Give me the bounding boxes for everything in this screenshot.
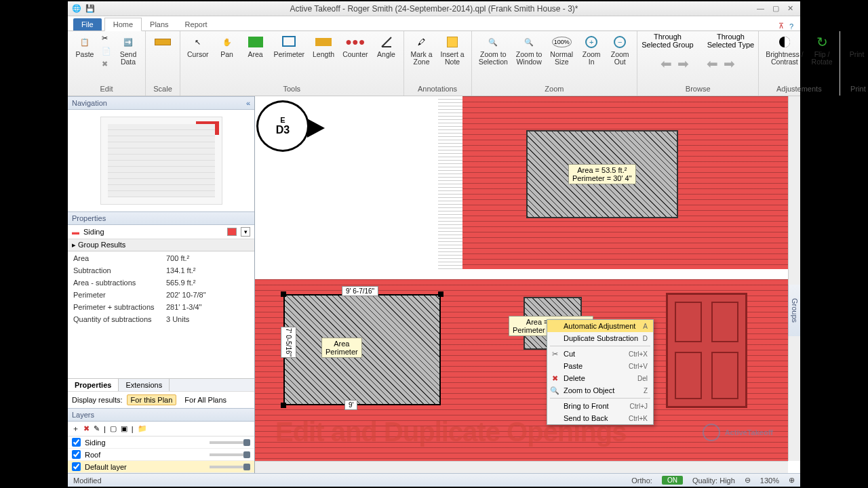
copy-icon[interactable]: 📄 (100, 45, 113, 57)
delete-icon[interactable]: ✖ (100, 58, 113, 70)
dimension-top: 9' 6-7/16" (342, 286, 378, 296)
properties-table: Area700 ft.²Subtraction134.1 ft.²Area - … (68, 251, 254, 326)
layer-opacity-slider[interactable] (210, 466, 250, 468)
pan-button[interactable]: ✋Pan (214, 33, 240, 60)
properties-panel-title: Properties (68, 211, 254, 225)
prop-val: 281' 1-3/4" (162, 302, 253, 312)
area-button[interactable]: Area (243, 33, 269, 60)
ortho-toggle[interactable]: ON (662, 476, 683, 485)
layer-hide-icon[interactable]: ▣ (121, 424, 127, 433)
zoom-window-button[interactable]: 🔍Zoom to Window (513, 33, 545, 67)
perimeter-button[interactable]: Perimeter (271, 33, 308, 60)
prop-val: 202' 10-7/8" (162, 289, 253, 300)
layer-show-icon[interactable]: ▢ (110, 424, 117, 433)
zoom-out-status-button[interactable]: ⊖ (745, 476, 751, 485)
zoom-selection-button[interactable]: 🔍Zoom to Selection (476, 33, 511, 67)
resize-handle[interactable] (281, 403, 286, 408)
paste-button[interactable]: 📋Paste (72, 33, 98, 60)
brightness-contrast-button[interactable]: Brightness / Contrast (763, 33, 806, 67)
elevation-marker: E D3 (256, 100, 309, 152)
insert-note-button[interactable]: Insert a Note (438, 33, 467, 67)
context-item[interactable]: PasteCtrl+V (547, 360, 653, 372)
current-layer-name: Siding (83, 228, 104, 236)
maximize-button[interactable]: ▢ (772, 4, 779, 13)
nav-collapse-icon[interactable]: « (246, 99, 250, 107)
tab-report[interactable]: Report (177, 18, 216, 30)
flip-rotate-button[interactable]: ↻Flip / Rotate (809, 33, 835, 67)
browse-next-type-button[interactable]: ➡ (724, 56, 735, 72)
minimize-button[interactable]: — (757, 4, 764, 13)
layer-dropdown-button[interactable]: ▾ (241, 227, 250, 237)
layer-folder-icon[interactable]: 📁 (138, 424, 147, 433)
context-item[interactable]: Automatic AdjustmentA (547, 320, 653, 332)
layer-color-swatch[interactable] (227, 228, 237, 236)
browse-prev-type-button[interactable]: ⬅ (707, 56, 718, 72)
prop-val: 700 ft.² (162, 253, 253, 264)
context-item[interactable]: ✖DeleteDel (547, 372, 653, 384)
layer-delete-icon[interactable]: ✖ (83, 424, 90, 433)
normal-size-button[interactable]: 100%Normal Size (547, 33, 576, 67)
context-item[interactable]: Bring to FrontCtrl+J (547, 400, 653, 412)
tab-home[interactable]: Home (104, 18, 142, 31)
close-button[interactable]: ✕ (787, 4, 793, 13)
layer-edit-icon[interactable]: ✎ (94, 424, 100, 433)
layer-add-icon[interactable]: ＋ (72, 424, 79, 434)
layer-opacity-slider[interactable] (210, 453, 250, 456)
layer-name[interactable]: Roof (85, 451, 100, 459)
status-bar: Modified Ortho: ON Quality: High ⊖ 130% … (68, 473, 800, 487)
layer-name[interactable]: Default layer (85, 463, 127, 471)
status-quality: Quality: High (692, 476, 735, 485)
browse-next-group-button[interactable]: ➡ (677, 56, 689, 72)
groups-tab[interactable]: Groups (788, 285, 800, 336)
window-opening-selected[interactable] (283, 294, 441, 405)
ribbon-tabs: File Home Plans Report ⊼ ? (68, 16, 800, 31)
measurement-box-1: Area = 53.5 ft.²Perimeter = 30' 4" (568, 164, 636, 184)
tab-extensions[interactable]: Extensions (119, 379, 170, 391)
resize-handle[interactable] (281, 291, 286, 297)
dimension-side: 7' 0-5/16" (281, 327, 296, 358)
drawing-canvas[interactable]: E D3 Area = 53.5 ft.²Perimeter = 30' 4" … (255, 96, 788, 461)
group-results-header[interactable]: ▸ Group Results (68, 239, 254, 251)
browse-prev-group-button[interactable]: ⬅ (660, 56, 672, 72)
layer-visible-checkbox[interactable] (72, 438, 81, 447)
cut-icon[interactable]: ✂ (100, 33, 113, 44)
help-icon[interactable]: ? (789, 22, 793, 30)
collapse-ribbon-icon[interactable]: ⊼ (778, 22, 784, 30)
zoom-out-button[interactable]: −Zoom Out (607, 33, 633, 67)
length-button[interactable]: Length (310, 33, 337, 60)
navigation-panel-title: Navigation« (68, 96, 254, 110)
layer-name[interactable]: Siding (85, 439, 106, 447)
save-icon[interactable]: 💾 (85, 4, 95, 13)
zoom-in-button[interactable]: +Zoom In (578, 33, 604, 67)
window-title: Active Takeoff - Roger Smith (24-Septemb… (290, 4, 578, 14)
context-item[interactable]: Send to BackCtrl+K (547, 412, 653, 424)
tab-properties[interactable]: Properties (68, 379, 119, 391)
navigation-thumbnail[interactable] (68, 110, 254, 211)
display-for-all-plans[interactable]: For All Plans (180, 394, 231, 405)
counter-button[interactable]: ●●●Counter (340, 33, 370, 60)
display-for-this-plan[interactable]: For this Plan (127, 394, 177, 405)
layer-visible-checkbox[interactable] (72, 450, 81, 459)
mark-zone-button[interactable]: 🖍Mark a Zone (408, 33, 435, 67)
app-icon: 🌐 (72, 4, 81, 13)
resize-handle[interactable] (438, 291, 443, 297)
context-item[interactable]: Duplicate SubstractionD (547, 332, 653, 344)
print-button[interactable]: 🖨Print (844, 33, 868, 60)
horizontal-scrollbar[interactable] (255, 461, 788, 473)
send-data-button[interactable]: ➡️Send Data (115, 33, 141, 67)
vertical-scrollbar[interactable] (788, 96, 800, 461)
door (666, 293, 747, 408)
ribbon: 📋Paste ✂ 📄 ✖ ➡️Send Data Edit Scale ↖Cur… (68, 31, 800, 96)
prop-val: 3 Units (162, 314, 253, 325)
context-item[interactable]: 🔍Zoom to ObjectZ (547, 384, 653, 396)
layer-visible-checkbox[interactable] (72, 462, 81, 471)
context-menu: Automatic AdjustmentADuplicate Substract… (547, 319, 654, 425)
angle-button[interactable]: Angle (374, 33, 399, 60)
cursor-button[interactable]: ↖Cursor (184, 33, 212, 60)
layer-opacity-slider[interactable] (210, 441, 250, 444)
context-item[interactable]: ✂CutCtrl+X (547, 348, 653, 360)
tab-plans[interactable]: Plans (142, 18, 177, 30)
tab-file[interactable]: File (73, 18, 102, 30)
zoom-in-status-button[interactable]: ⊕ (789, 476, 795, 485)
scale-button[interactable] (150, 33, 176, 60)
